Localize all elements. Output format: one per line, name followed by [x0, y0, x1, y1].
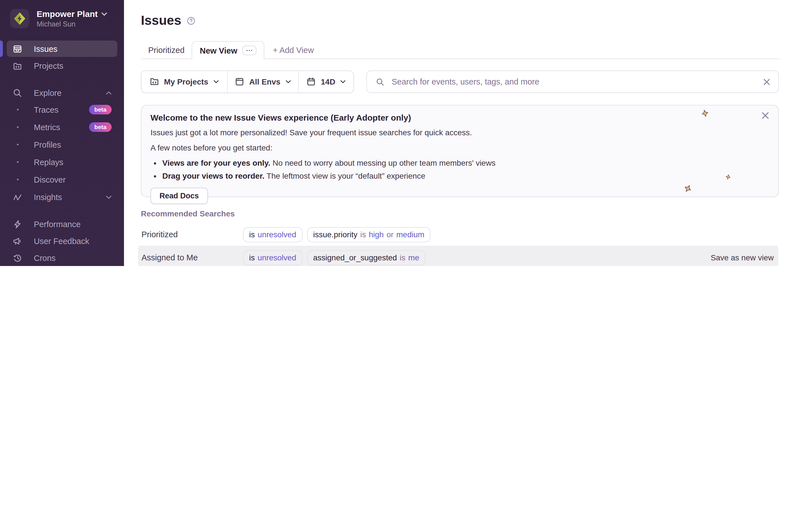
chevron-down-icon [106, 195, 112, 199]
sidebar-item-label: Projects [34, 61, 63, 70]
sidebar-item-metrics[interactable]: Metricsbeta [7, 119, 117, 135]
row-label: Assigned to Me [141, 253, 243, 262]
user-name: Michael Sun [37, 20, 108, 28]
sidebar-item-profiles[interactable]: Profiles [7, 136, 117, 153]
environment-filter-value: All Envs [249, 77, 281, 86]
search-filter-chip: assigned_or_suggestedisme [307, 250, 425, 265]
save-as-new-view-button[interactable]: Save as new view [711, 253, 774, 262]
environment-filter[interactable]: All Envs [227, 71, 298, 92]
tab-options-button[interactable] [242, 46, 256, 55]
search-icon [375, 77, 385, 86]
projects-icon [150, 77, 159, 86]
recommended-searches-list: Prioritizedisunresolvedissue.priorityish… [138, 223, 778, 266]
issue-views-banner: Welcome to the new Issue Views experienc… [141, 105, 779, 197]
sidebar-item-label: Insights [34, 192, 62, 202]
banner-title: Welcome to the new Issue Views experienc… [151, 113, 769, 122]
sidebar-item-label: Replays [34, 157, 63, 167]
sidebar-item-label: Crons [34, 253, 56, 262]
sidebar-item-label: Issues [34, 44, 57, 53]
beta-badge: beta [89, 105, 112, 115]
sidebar-item-issues[interactable]: Issues [7, 41, 117, 57]
empower-plant-logo-icon [13, 11, 27, 26]
search-icon [13, 88, 22, 97]
page-title: Issues [141, 13, 181, 28]
projects-filter-value: My Projects [164, 77, 208, 86]
window-icon [235, 77, 244, 86]
view-tabs: Prioritized New View + Add View [141, 42, 780, 59]
sidebar-item-label: Traces [34, 105, 59, 114]
close-icon [762, 112, 769, 119]
sparkle-icon [701, 109, 709, 117]
sidebar-item-label: User Feedback [34, 236, 89, 245]
search-filter-chip: isunresolved [243, 250, 302, 265]
add-view-button[interactable]: + Add View [264, 41, 322, 59]
performance-icon [13, 220, 22, 229]
sidebar-item-label: Discover [34, 175, 66, 184]
tab-new-view[interactable]: New View [192, 41, 264, 59]
recommended-searches-heading: Recommended Searches [141, 209, 235, 218]
app-window: Empower Plant Michael Sun IssuesProjects… [0, 0, 789, 266]
search-input[interactable] [390, 77, 757, 87]
date-range-filter[interactable]: 14D [299, 71, 353, 92]
add-view-label: + Add View [273, 45, 314, 54]
crons-icon [13, 253, 22, 262]
row-label: Prioritized [141, 230, 243, 239]
banner-bullet: Drag your views to reorder. The leftmost… [162, 171, 769, 180]
projects-icon [13, 61, 22, 70]
sparkle-icon [725, 174, 731, 180]
tab-label: New View [200, 46, 237, 55]
banner-body: Issues just got a lot more personalized!… [151, 128, 769, 137]
bullet-dot-icon [13, 179, 22, 180]
org-name: Empower Plant [37, 9, 98, 19]
sidebar-item-replays[interactable]: Replays [7, 154, 117, 170]
sidebar-item-projects[interactable]: Projects [7, 57, 117, 74]
bullet-dot-icon [13, 109, 22, 111]
beta-badge: beta [89, 122, 112, 132]
main-content: Issues Prioritized New View + Add View [124, 0, 789, 266]
chevron-up-icon [106, 91, 112, 94]
close-icon [763, 78, 770, 86]
sidebar-item-label: Explore [34, 88, 61, 97]
search-bar [366, 71, 779, 93]
help-circle-icon[interactable] [186, 16, 195, 25]
page-filter-bar: My Projects All Envs 14D [141, 71, 354, 93]
recommended-search-row-prioritized[interactable]: Prioritizedisunresolvedissue.priorityish… [138, 223, 778, 246]
chevron-down-icon [286, 80, 290, 83]
banner-close-button[interactable] [762, 112, 769, 119]
bullet-dot-icon [13, 126, 22, 128]
search-filter-chip: issue.priorityishighormedium [307, 227, 430, 242]
date-range-filter-value: 14D [321, 77, 335, 86]
org-avatar [10, 9, 29, 28]
tab-prioritized[interactable]: Prioritized [141, 41, 192, 59]
org-switcher[interactable]: Empower Plant Michael Sun [0, 0, 124, 36]
issues-icon [13, 44, 22, 53]
sidebar-item-crons[interactable]: Crons [7, 250, 117, 266]
recommended-search-row-assigned-to-me[interactable]: Assigned to Meisunresolvedassigned_or_su… [138, 246, 778, 266]
sidebar-item-performance[interactable]: Performance [7, 216, 117, 232]
sidebar-item-traces[interactable]: Tracesbeta [7, 101, 117, 118]
chevron-down-icon [102, 12, 108, 16]
sidebar-item-insights[interactable]: Insights [7, 189, 117, 205]
ellipsis-icon [246, 49, 253, 52]
megaphone-icon [13, 236, 22, 245]
search-filter-chip: isunresolved [243, 227, 302, 242]
sidebar-item-label: Profiles [34, 140, 61, 149]
sparkle-icon [684, 184, 692, 193]
sidebar-item-user-feedback[interactable]: User Feedback [7, 233, 117, 249]
sidebar-item-discover[interactable]: Discover [7, 171, 117, 188]
insights-icon [13, 192, 22, 202]
banner-bullet: Views are for your eyes only. No need to… [162, 158, 769, 167]
bullet-dot-icon [13, 144, 22, 146]
sidebar-item-explore[interactable]: Explore [7, 84, 117, 101]
sidebar-item-label: Performance [34, 220, 81, 229]
read-docs-button[interactable]: Read Docs [151, 188, 208, 204]
projects-filter[interactable]: My Projects [141, 71, 227, 92]
calendar-icon [307, 77, 316, 86]
chevron-down-icon [213, 80, 218, 83]
clear-search-button[interactable] [763, 78, 770, 86]
banner-notes-intro: A few notes before you get started: [151, 143, 769, 152]
sidebar: Empower Plant Michael Sun IssuesProjects… [0, 0, 124, 266]
tab-label: Prioritized [148, 45, 185, 54]
banner-bullet-list: Views are for your eyes only. No need to… [162, 158, 769, 180]
bullet-dot-icon [13, 161, 22, 163]
